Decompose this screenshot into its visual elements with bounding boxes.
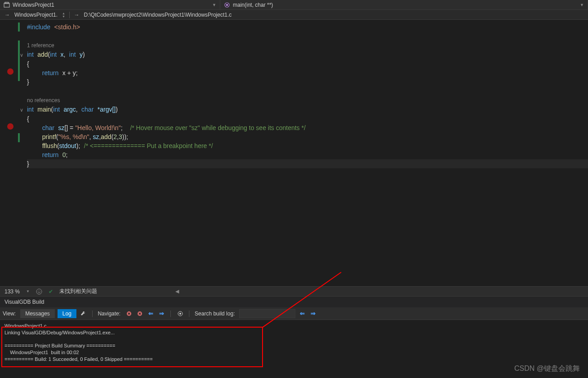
log-line: ========== Project Build Summary =======… xyxy=(4,343,115,348)
code-editor[interactable]: #include <stdio.h> 1 reference ∨int add(… xyxy=(0,20,588,286)
project-tab-label: WindowsProject1 xyxy=(13,2,54,8)
code-content[interactable]: #include <stdio.h> 1 reference ∨int add(… xyxy=(22,20,588,286)
search-prev-icon[interactable]: ⇐ xyxy=(298,310,306,318)
wrench-icon[interactable] xyxy=(79,310,87,318)
change-marker xyxy=(18,40,20,81)
project-dropdown[interactable]: WindowsProject1 ▼ xyxy=(0,0,220,9)
breakpoint-marker[interactable] xyxy=(7,123,13,130)
issues-label[interactable]: 未找到相关问题 xyxy=(59,288,97,295)
change-marker xyxy=(18,22,20,32)
change-marker xyxy=(18,133,20,142)
svg-point-8 xyxy=(179,313,181,315)
view-label: View: xyxy=(3,310,16,317)
nav-next-icon[interactable]: ⇒ xyxy=(157,310,165,318)
chevron-down-icon[interactable]: ▼ xyxy=(26,289,30,293)
log-line: ========== Build: 1 Succeeded, 0 Failed,… xyxy=(4,356,153,362)
chevron-down-icon: ▼ xyxy=(212,3,216,7)
build-panel-toolbar: View: Messages Log │ Navigate: ⇐ ⇒ │ │ S… xyxy=(0,307,588,320)
log-line: Linking VisualGDB/Debug/WindowsProject1.… xyxy=(4,330,115,335)
build-panel-title-bar: VisualGDB Build xyxy=(0,296,588,307)
nav-error-prev-icon[interactable] xyxy=(125,310,133,318)
log-line: WindowsProject1.c xyxy=(4,323,47,328)
nav-forward-icon[interactable]: → xyxy=(71,12,82,18)
build-log-output[interactable]: WindowsProject1.c Linking VisualGDB/Debu… xyxy=(0,320,588,369)
function-dropdown[interactable]: main(int, char **) ▼ xyxy=(220,0,588,9)
check-icon: ✔ xyxy=(49,288,53,295)
zoom-level[interactable]: 133 % xyxy=(4,288,20,295)
panel-title: VisualGDB Build xyxy=(4,299,45,305)
log-button[interactable]: Log xyxy=(58,309,76,318)
svg-rect-3 xyxy=(226,4,228,6)
function-icon xyxy=(224,2,230,8)
search-input[interactable] xyxy=(239,309,295,318)
breakpoint-gutter[interactable] xyxy=(0,20,18,286)
svg-point-4 xyxy=(36,289,42,294)
target-icon[interactable] xyxy=(176,310,184,318)
breadcrumb-scope[interactable]: WindowsProject1. xyxy=(13,12,59,18)
function-tab-label: main(int, char **) xyxy=(233,2,273,8)
breakpoint-marker[interactable] xyxy=(7,68,13,75)
log-line: WindowsProject1 built in 00:02 xyxy=(4,350,79,355)
nav-error-next-icon[interactable] xyxy=(136,310,144,318)
document-tabs-bar: WindowsProject1 ▼ main(int, char **) ▼ xyxy=(0,0,588,10)
health-icon[interactable] xyxy=(36,288,42,295)
messages-button[interactable]: Messages xyxy=(20,309,55,318)
breadcrumb-path[interactable]: D:\QtCodes\mwproject2\WindowsProject1\Wi… xyxy=(82,12,233,18)
search-next-icon[interactable]: ⇒ xyxy=(309,310,317,318)
breadcrumb-bar: → WindowsProject1. ▲▼ │ → D:\QtCodes\mwp… xyxy=(0,10,588,20)
nav-back-icon[interactable]: → xyxy=(2,12,13,18)
navigate-label: Navigate: xyxy=(98,310,120,317)
code-change-bar xyxy=(18,20,22,286)
codelens-references[interactable]: no references xyxy=(27,97,60,104)
scroll-left-icon[interactable]: ◀ xyxy=(175,288,179,294)
scope-dropdown-icon[interactable]: ▲▼ xyxy=(59,12,68,18)
chevron-down-icon: ▼ xyxy=(580,3,584,7)
project-icon xyxy=(4,2,10,8)
nav-prev-icon[interactable]: ⇐ xyxy=(147,310,155,318)
editor-status-bar: 133 % ▼ ✔ 未找到相关问题 ◀ xyxy=(0,286,588,296)
codelens-references[interactable]: 1 reference xyxy=(27,42,54,49)
search-label: Search build log: xyxy=(195,310,235,317)
